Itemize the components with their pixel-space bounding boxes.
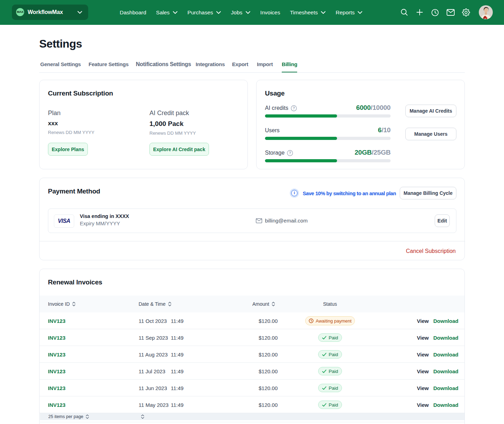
- svg-text:?: ?: [293, 106, 295, 110]
- svg-text:?: ?: [289, 151, 291, 155]
